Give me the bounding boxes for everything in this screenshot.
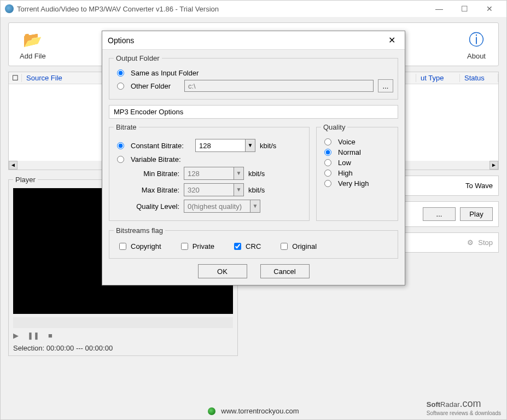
chevron-down-icon[interactable]: ▼: [234, 167, 243, 179]
quality-normal-radio[interactable]: [324, 149, 331, 156]
col-out-type[interactable]: ut Type: [416, 74, 460, 82]
copyright-checkbox[interactable]: Copyright: [116, 242, 161, 250]
chevron-down-icon[interactable]: ▼: [250, 200, 260, 212]
dialog-titlebar: Options ✕: [102, 31, 405, 50]
browse-output-button[interactable]: ...: [423, 207, 456, 221]
maximize-button[interactable]: ☐: [452, 1, 477, 17]
encoder-header: MP3 Encoder Options: [109, 105, 398, 119]
add-file-button[interactable]: 📂 Add File: [14, 27, 51, 62]
variable-bitrate-label: Variable Bitrate:: [131, 155, 181, 164]
variable-bitrate-radio[interactable]: [117, 156, 124, 163]
select-all-checkbox[interactable]: ☐: [9, 74, 22, 82]
folder-icon: 📂: [22, 29, 44, 51]
website-link[interactable]: www.torrentrockyou.com: [221, 407, 299, 415]
min-bitrate-select[interactable]: 128▼: [184, 167, 244, 180]
play-icon[interactable]: ▶: [13, 331, 19, 340]
constant-bitrate-radio[interactable]: [117, 142, 124, 149]
other-folder-label: Other Folder: [131, 82, 180, 90]
quality-low-radio[interactable]: [324, 159, 331, 166]
dialog-close-button[interactable]: ✕: [384, 33, 399, 48]
app-icon: [5, 4, 14, 13]
browse-folder-button[interactable]: ...: [378, 79, 393, 92]
other-folder-path[interactable]: [184, 80, 374, 92]
stop-label: Stop: [478, 238, 493, 247]
scroll-right-icon[interactable]: ►: [489, 161, 498, 170]
col-status[interactable]: Status: [460, 74, 498, 82]
titlebar: Torrent Audio/Video to MP3/WAV Converter…: [1, 1, 506, 17]
stop-icon[interactable]: ■: [48, 331, 53, 340]
other-folder-radio[interactable]: [117, 83, 124, 90]
same-folder-label: Same as Input Folder: [131, 69, 199, 77]
selection-text: Selection: 00:00:00 --- 00:00:00: [13, 344, 233, 352]
bitstream-flags-group: Bitstreams flag Copyright Private CRC Or…: [109, 226, 398, 259]
constant-bitrate-select[interactable]: 128▼: [195, 139, 255, 152]
to-wave-label: To Wave: [465, 182, 493, 190]
close-button[interactable]: ✕: [477, 1, 502, 17]
about-button[interactable]: ⓘ About: [460, 27, 493, 62]
minimize-button[interactable]: —: [427, 1, 452, 17]
output-folder-group: Output Folder Same as Input Folder Other…: [109, 54, 398, 100]
quality-voice-radio[interactable]: [324, 138, 331, 145]
player-slider[interactable]: [13, 317, 233, 328]
chevron-down-icon[interactable]: ▼: [234, 184, 243, 196]
scroll-left-icon[interactable]: ◄: [9, 161, 18, 170]
gear-stop-icon: ⚙: [467, 238, 474, 247]
quality-level-select[interactable]: 0(highest quality)▼: [184, 200, 260, 213]
play-output-button[interactable]: Play: [460, 207, 493, 221]
max-bitrate-select[interactable]: 320▼: [184, 183, 244, 196]
quality-high-radio[interactable]: [324, 170, 331, 177]
constant-bitrate-label: Constant Bitrate:: [131, 142, 191, 150]
window-title: Torrent Audio/Video to MP3/WAV Converter…: [17, 5, 427, 13]
bitrate-group: Bitrate Constant Bitrate: 128▼ kbit/s Va…: [109, 123, 310, 221]
private-checkbox[interactable]: Private: [178, 242, 214, 250]
quality-group: Quality Voice Normal Low High Very High: [316, 123, 398, 221]
player-legend: Player: [13, 176, 38, 184]
min-bitrate-label: Min Bitrate:: [114, 170, 179, 178]
cancel-button[interactable]: Cancel: [260, 264, 310, 278]
globe-icon: [208, 407, 215, 415]
dialog-title: Options: [108, 36, 384, 45]
crc-checkbox[interactable]: CRC: [231, 242, 261, 250]
quality-veryhigh-radio[interactable]: [324, 180, 331, 187]
chevron-down-icon[interactable]: ▼: [245, 139, 255, 151]
info-icon: ⓘ: [465, 29, 487, 51]
pause-icon[interactable]: ❚❚: [27, 331, 39, 340]
softradar-watermark: SoftRadar.com Software reviews & downloa…: [427, 396, 501, 416]
same-folder-radio[interactable]: [117, 69, 124, 77]
max-bitrate-label: Max Bitrate:: [114, 186, 179, 194]
quality-level-label: Quality Level:: [114, 202, 179, 211]
original-checkbox[interactable]: Original: [277, 242, 317, 250]
options-dialog: Options ✕ Output Folder Same as Input Fo…: [102, 31, 405, 285]
ok-button[interactable]: OK: [198, 264, 247, 278]
